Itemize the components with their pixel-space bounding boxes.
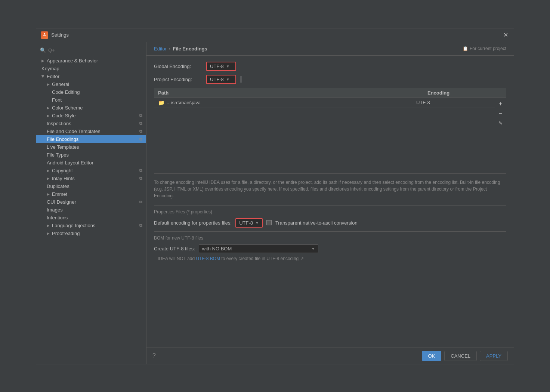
- breadcrumb-editor[interactable]: Editor: [154, 46, 167, 52]
- sidebar-item-label: General: [52, 81, 142, 87]
- default-enc-label: Default encoding for properties files:: [154, 220, 232, 226]
- apply-button[interactable]: APPLY: [480, 351, 508, 361]
- bom-link[interactable]: UTF-8 BOM: [196, 256, 220, 261]
- sidebar: 🔍 ▶ Appearance & Behavior Keymap ▶ Edito…: [36, 42, 146, 364]
- sidebar-item-label: Proofreading: [52, 231, 142, 236]
- transparent-checkbox[interactable]: [266, 220, 272, 225]
- bom-info-row: IDEA will NOT add UTF-8 BOM to every cre…: [158, 256, 506, 261]
- expand-icon: ▶: [47, 106, 50, 110]
- default-enc-select[interactable]: UTF-8 ▼: [235, 218, 263, 228]
- copy-icon: ⧉: [139, 200, 142, 204]
- help-button[interactable]: ?: [152, 352, 156, 359]
- sidebar-item-proofreading[interactable]: ▶ Proofreading: [36, 229, 146, 237]
- global-encoding-row: Global Encoding: UTF-8 ▼: [154, 62, 506, 71]
- sidebar-item-copyright[interactable]: ▶ Copyright ⧉: [36, 167, 146, 175]
- folder-icon: 📁: [158, 100, 164, 106]
- sidebar-item-general[interactable]: ▶ General: [36, 80, 146, 88]
- sidebar-item-appearance[interactable]: ▶ Appearance & Behavior: [36, 57, 146, 65]
- search-icon: 🔍: [40, 47, 46, 53]
- sidebar-item-inspections[interactable]: Inspections ⧉: [36, 120, 146, 127]
- col-path-header: Path: [158, 90, 427, 96]
- dialog-title: Settings: [51, 32, 69, 38]
- expand-icon: ▶: [47, 231, 50, 235]
- sidebar-item-label: Images: [47, 207, 142, 213]
- sidebar-item-label: GUI Designer: [47, 199, 138, 205]
- sidebar-item-label: Live Templates: [47, 144, 142, 150]
- default-enc-value: UTF-8: [239, 220, 253, 226]
- sidebar-item-emmet[interactable]: ▶ Emmet: [36, 190, 146, 198]
- bom-row: Create UTF-8 files: with NO BOM ▼: [154, 244, 506, 253]
- sidebar-item-label: Inlay Hints: [52, 176, 138, 181]
- project-encoding-value: UTF-8: [210, 77, 224, 82]
- project-encoding-label: Project Encoding:: [154, 77, 203, 82]
- sidebar-item-label: Emmet: [52, 191, 142, 197]
- properties-section-title: Properties Files (*.properties): [154, 205, 506, 214]
- sidebar-item-inlay-hints[interactable]: ▶ Inlay Hints ⧉: [36, 175, 146, 182]
- sidebar-item-code-style[interactable]: ▶ Code Style ⧉: [36, 112, 146, 120]
- sidebar-item-file-encodings[interactable]: File Encodings ⧉: [36, 135, 146, 143]
- sidebar-item-keymap[interactable]: Keymap: [36, 65, 146, 72]
- breadcrumb-separator: ›: [169, 46, 170, 52]
- add-path-button[interactable]: +: [496, 99, 505, 108]
- sidebar-item-android-layout[interactable]: Android Layout Editor: [36, 159, 146, 167]
- sidebar-item-live-templates[interactable]: Live Templates: [36, 143, 146, 151]
- sidebar-item-label: Editor: [47, 74, 142, 79]
- sidebar-item-images[interactable]: Images: [36, 206, 146, 214]
- encoding-table: Path Encoding 📁 ...\src\main\java UTF-8: [154, 88, 506, 168]
- expand-icon: ▶: [47, 82, 50, 86]
- project-encoding-row: Project Encoding: UTF-8 ▼: [154, 75, 506, 84]
- transparent-label: Transparent native-to-ascii conversion: [275, 220, 358, 226]
- cursor-indicator: [241, 76, 241, 83]
- copy-icon: ⧉: [139, 121, 142, 126]
- bom-value: with NO BOM: [202, 246, 232, 251]
- global-encoding-label: Global Encoding:: [154, 64, 203, 69]
- sidebar-item-color-scheme[interactable]: ▶ Color Scheme: [36, 104, 146, 112]
- sidebar-item-lang-injections[interactable]: ▶ Language Injections ⧉: [36, 222, 146, 229]
- project-label: 📋 For current project: [463, 46, 506, 51]
- path-value: ...\src\main\java: [167, 100, 201, 105]
- ok-button[interactable]: OK: [422, 351, 442, 361]
- sidebar-item-label: Font: [52, 97, 142, 103]
- default-enc-row: Default encoding for properties files: U…: [154, 218, 506, 228]
- search-input[interactable]: [48, 47, 142, 53]
- expand-icon: ▶: [47, 192, 50, 196]
- empty-area: [154, 108, 495, 168]
- table-rows: 📁 ...\src\main\java UTF-8: [154, 98, 495, 168]
- title-bar: A Settings ✕: [36, 28, 514, 42]
- project-encoding-select[interactable]: UTF-8 ▼: [206, 75, 236, 84]
- expand-icon: ▶: [41, 59, 44, 63]
- sidebar-item-editor[interactable]: ▶ Editor: [36, 72, 146, 80]
- cancel-button[interactable]: CANCEL: [444, 351, 477, 361]
- bom-info-suffix: to every created file in UTF-8 encoding …: [222, 256, 304, 261]
- global-encoding-value: UTF-8: [210, 64, 224, 69]
- project-icon: 📋: [463, 46, 468, 51]
- sidebar-item-file-types[interactable]: File Types: [36, 151, 146, 159]
- col-encoding-header: Encoding: [427, 90, 502, 96]
- sidebar-item-duplicates[interactable]: Duplicates: [36, 182, 146, 190]
- sidebar-item-label: Copyright: [52, 168, 138, 173]
- side-buttons: + − ✎: [495, 98, 506, 168]
- copy-icon: ⧉: [139, 176, 142, 181]
- dialog-content: 🔍 ▶ Appearance & Behavior Keymap ▶ Edito…: [36, 42, 514, 364]
- bom-select[interactable]: with NO BOM ▼: [199, 244, 318, 253]
- sidebar-item-label: Android Layout Editor: [47, 160, 142, 166]
- sidebar-item-gui-designer[interactable]: GUI Designer ⧉: [36, 198, 146, 206]
- table-header: Path Encoding: [154, 88, 506, 98]
- bom-section-title: BOM for new UTF-8 files: [154, 231, 506, 241]
- remove-path-button[interactable]: −: [496, 109, 505, 118]
- global-encoding-select[interactable]: UTF-8 ▼: [206, 62, 236, 71]
- settings-dialog: A Settings ✕ 🔍 ▶ Appearance & Behavior K…: [36, 28, 514, 364]
- sidebar-item-file-code-templates[interactable]: File and Code Templates ⧉: [36, 127, 146, 135]
- search-bar: 🔍: [36, 45, 146, 55]
- action-buttons: OK CANCEL APPLY: [422, 351, 508, 361]
- sidebar-item-label: Code Style: [52, 113, 138, 118]
- edit-path-button[interactable]: ✎: [496, 119, 505, 128]
- close-button[interactable]: ✕: [502, 31, 509, 38]
- sidebar-item-font[interactable]: Font: [36, 96, 146, 104]
- create-utf8-label: Create UTF-8 files:: [154, 246, 195, 251]
- sidebar-item-intentions[interactable]: Intentions: [36, 214, 146, 222]
- app-icon: A: [41, 31, 48, 39]
- breadcrumb-current: File Encodings: [173, 46, 207, 52]
- table-row[interactable]: 📁 ...\src\main\java UTF-8: [154, 98, 495, 108]
- sidebar-item-code-editing[interactable]: Code Editing: [36, 88, 146, 96]
